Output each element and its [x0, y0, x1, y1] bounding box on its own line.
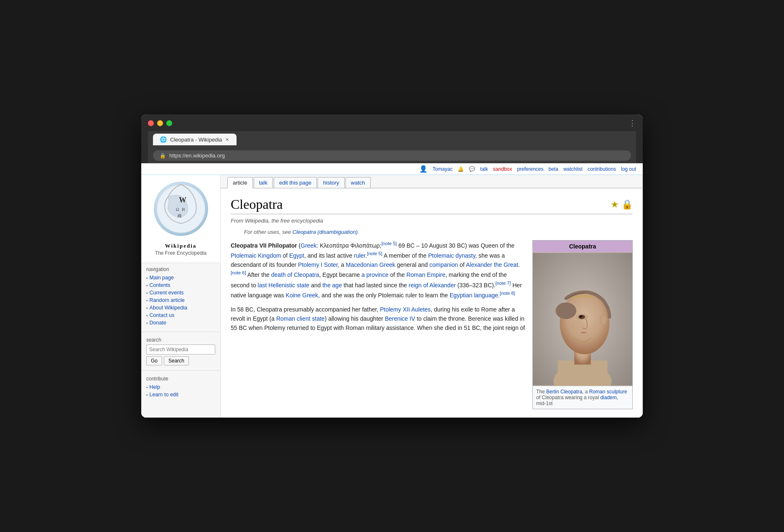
note5-ref[interactable]: [note 5] [382, 241, 397, 246]
close-button[interactable] [148, 120, 154, 126]
wikipedia-globe[interactable]: W Ω И 維 [154, 182, 208, 236]
browser-tab[interactable]: 🌐 Cleopatra - Wikipedia ✕ [153, 134, 237, 145]
province-link[interactable]: a province [361, 271, 389, 278]
search-buttons: Go Search [146, 356, 215, 365]
berenice-link[interactable]: Berenice IV [385, 315, 415, 322]
logout-link[interactable]: log out [621, 166, 636, 172]
talk-link[interactable]: talk [480, 166, 488, 172]
berlin-cleopatra-link[interactable]: Berlin Cleopatra [546, 389, 582, 395]
article-title: Cleopatra [231, 197, 283, 212]
companion-link[interactable]: companion [430, 261, 458, 268]
navigation-title: navigation [146, 266, 215, 272]
maximize-button[interactable] [166, 120, 172, 126]
nav-item-contents[interactable]: Contents [146, 281, 215, 289]
article-text: Cleopatra VII Philopator (Greek: Κλεοπάτ… [231, 240, 526, 409]
address-input-bar: 🔒 https://en.wikipedia.org [148, 148, 636, 163]
go-button[interactable]: Go [146, 356, 162, 365]
contributions-link[interactable]: contributions [588, 166, 616, 172]
address-field[interactable]: 🔒 https://en.wikipedia.org [153, 150, 631, 161]
nav-item-about[interactable]: About Wikipedia [146, 304, 215, 312]
star-icon[interactable]: ★ [611, 199, 619, 210]
ptolemy-xii-link[interactable]: Ptolemy XII Auletes [380, 306, 430, 313]
search-button[interactable]: Search [164, 356, 189, 365]
contribute-item-learn[interactable]: Learn to edit [146, 391, 215, 398]
sidebar-divider-2 [141, 370, 220, 371]
beta-link[interactable]: beta [549, 166, 558, 172]
user-icon: 👤 [419, 165, 428, 173]
from-wikipedia: From Wikipedia, the free encyclopedia [231, 218, 633, 224]
diadem-link[interactable]: diadem [600, 395, 616, 400]
hellenistic-link[interactable]: last Hellenistic state [258, 281, 310, 288]
note7-ref[interactable]: [note 7] [496, 281, 511, 286]
svg-text:Ω: Ω [176, 207, 179, 212]
preferences-link[interactable]: preferences [517, 166, 543, 172]
wiki-sidebar: W Ω И 維 Wikipedia The Free Encyclopedia … [141, 175, 221, 418]
tab-article[interactable]: article [227, 177, 253, 188]
contribute-section: contribute Help Learn to edit [141, 372, 220, 402]
contribute-item-help[interactable]: Help [146, 383, 215, 391]
wikipedia-page: 👤 Tomayac 🔔 💬 talk sandbox preferences b… [141, 163, 643, 418]
ptolemy-soter-link[interactable]: Ptolemy I Soter [298, 261, 338, 268]
nav-item-contact[interactable]: Contact us [146, 312, 215, 319]
disambiguation-link[interactable]: Cleopatra (disambiguation) [293, 229, 358, 235]
death-cleopatra-link[interactable]: death of Cleopatra [271, 271, 319, 278]
tab-watch[interactable]: watch [346, 177, 371, 188]
wiki-logo-area: W Ω И 維 Wikipedia The Free Encyclopedia [141, 175, 220, 263]
hatnote: For other uses, see Cleopatra (disambigu… [244, 229, 633, 235]
note8-ref[interactable]: [note 8] [500, 291, 515, 296]
paragraph-2: In 58 BC, Cleopatra presumably accompani… [231, 305, 526, 333]
nav-item-random-article[interactable]: Random article [146, 296, 215, 304]
page-tabs: article talk edit this page history watc… [221, 175, 643, 188]
reign-link[interactable]: reign of Alexander [409, 281, 456, 288]
nav-item-current-events[interactable]: Current events [146, 289, 215, 296]
sandbox-link[interactable]: sandbox [493, 166, 512, 172]
ptolemaic-kingdom-link[interactable]: Ptolemaic Kingdom [231, 252, 281, 259]
infobox-image [533, 252, 632, 386]
minimize-button[interactable] [157, 120, 163, 126]
infobox-title: Cleopatra [533, 241, 632, 252]
egyptian-language-link[interactable]: Egyptian language [450, 291, 498, 298]
ruler-link[interactable]: ruler [354, 252, 365, 259]
message-icon[interactable]: 💬 [469, 166, 475, 172]
tab-edit[interactable]: edit this page [274, 177, 317, 188]
roman-client-link[interactable]: Roman client state [276, 315, 325, 322]
lock-article-icon[interactable]: 🔒 [621, 199, 633, 210]
search-title: search [146, 337, 215, 343]
ptolemaic-dynasty-link[interactable]: Ptolemaic dynasty [428, 252, 476, 259]
greek-link[interactable]: Greek [300, 242, 316, 249]
paragraph-1: Cleopatra VII Philopator (Greek: Κλεοπάτ… [231, 240, 526, 300]
tab-close-button[interactable]: ✕ [225, 137, 229, 142]
roman-empire-link[interactable]: Roman Empire [406, 271, 445, 278]
tab-talk[interactable]: talk [254, 177, 273, 188]
age-link[interactable]: the age [322, 281, 342, 288]
svg-point-10 [556, 302, 577, 319]
wiki-logo-subtitle: The Free Encyclopedia [146, 250, 215, 256]
tab-favicon: 🌐 [160, 136, 167, 143]
svg-text:維: 維 [177, 213, 182, 218]
nav-item-donate[interactable]: Donate [146, 319, 215, 327]
article-icons: ★ 🔒 [611, 199, 633, 210]
search-input[interactable] [146, 345, 215, 355]
egypt-link[interactable]: Egypt [289, 252, 304, 259]
tab-history[interactable]: history [318, 177, 344, 188]
browser-menu-icon[interactable]: ⋮ [629, 119, 636, 128]
notification-icon[interactable]: 🔔 [458, 166, 464, 172]
roman-sculpture-link[interactable]: Roman sculpture [589, 389, 627, 395]
watchlist-link[interactable]: watchlist [563, 166, 583, 172]
svg-point-15 [571, 320, 586, 330]
note6-ref[interactable]: [note 6] [231, 270, 246, 275]
note5b-ref[interactable]: [note 5] [367, 251, 382, 256]
wiki-article: Cleopatra ★ 🔒 From Wikipedia, the free e… [221, 188, 643, 418]
nav-item-main-page[interactable]: Main page [146, 274, 215, 281]
navigation-section: navigation Main page Contents Current ev… [141, 263, 220, 330]
username-link[interactable]: Tomayac [433, 166, 453, 172]
browser-window: ⋮ 🌐 Cleopatra - Wikipedia ✕ 🔒 https://en… [141, 114, 643, 418]
wiki-main: article talk edit this page history watc… [221, 175, 643, 418]
macedonian-greek-link[interactable]: Macedonian Greek [346, 261, 395, 268]
infobox-caption: The Berlin Cleopatra, a Roman sculpture … [533, 386, 632, 409]
contribute-title: contribute [146, 376, 215, 382]
svg-point-14 [600, 315, 607, 325]
koine-link[interactable]: Koine Greek [286, 291, 318, 298]
alexander-link[interactable]: Alexander the Great [466, 261, 518, 268]
tab-title: Cleopatra - Wikipedia [170, 137, 222, 143]
